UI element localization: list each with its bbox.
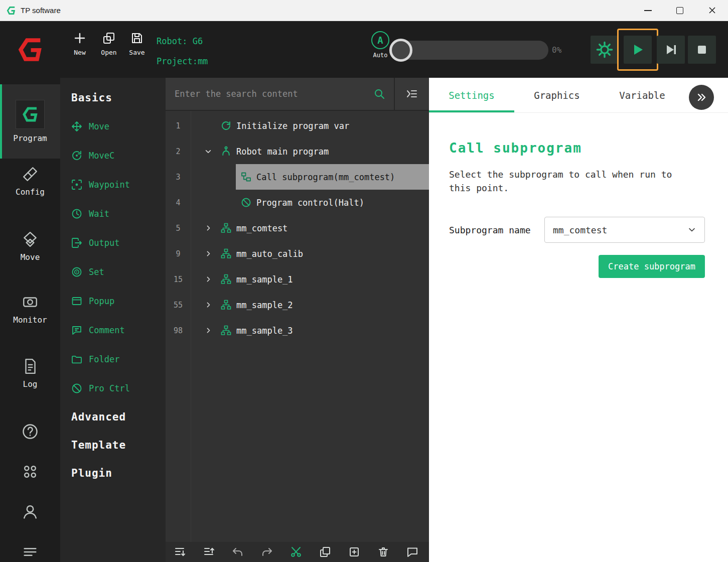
tree-row-mm-comtest[interactable]: 5 mm_comtest [166,215,429,241]
tab-variable[interactable]: Variable [600,78,685,112]
hamburger-menu-icon [21,543,39,561]
insert-above-button[interactable] [174,546,186,558]
sidebar-item-label: Log [23,379,38,389]
sidebar-user-button[interactable] [0,503,60,521]
new-button[interactable]: New [65,32,94,56]
search-icon[interactable] [374,88,385,99]
command-label: Pro Ctrl [89,383,130,393]
output-command-icon [71,237,82,248]
tree-row-program-control[interactable]: 4 Program control(Halt) [166,190,429,215]
speed-slider[interactable] [390,41,548,60]
stop-button[interactable] [688,36,716,64]
sidebar-item-log[interactable]: Log [0,358,60,389]
insert-below-button[interactable] [203,546,215,558]
subprogram-group-icon [221,223,231,233]
expand-tabs-button[interactable] [689,85,714,110]
tab-graphics[interactable]: Graphics [514,78,600,112]
scissors-icon [290,546,302,558]
tree-row-label: mm_auto_calib [236,249,303,259]
run-settings-button[interactable] [591,36,619,64]
subprogram-group-icon [221,248,231,259]
tree-row-label: Robot main program [236,147,329,157]
redo-button[interactable] [261,546,273,558]
subprogram-select[interactable]: mm_comtest [544,217,705,243]
sidebar-menu-button[interactable] [0,543,60,561]
call-subprogram-icon [241,172,251,182]
chevron-down-icon[interactable] [201,148,216,156]
comment-tool-button[interactable] [406,546,418,558]
cut-button[interactable] [290,546,302,558]
tree-row-label: Program control(Halt) [256,198,364,208]
tree-row-call-subprogram[interactable]: 3 Call subprogram(mm_comtest) [166,164,429,190]
close-button[interactable] [696,0,728,21]
tree-outline-button[interactable] [394,78,429,110]
section-advanced[interactable]: Advanced [60,403,166,431]
chevron-right-icon[interactable] [201,327,216,334]
minimize-icon [644,10,652,11]
tree-row-main-program[interactable]: 2 Robot main program [166,138,429,164]
command-wait[interactable]: Wait [60,199,166,228]
step-forward-button[interactable] [657,36,685,64]
section-basics[interactable]: Basics [60,84,166,112]
command-label: Output [89,238,119,248]
paste-add-button[interactable] [348,546,360,558]
save-label: Save [129,49,144,56]
tree-row-mm-sample-1[interactable]: 15 mm_sample_1 [166,266,429,292]
monitor-icon [22,294,39,311]
tree-row-initialize[interactable]: 1 Initialize program var [166,113,429,138]
sidebar-apps-button[interactable] [0,463,60,481]
delete-button[interactable] [377,546,389,558]
play-icon [631,43,645,57]
top-toolbar: New Open Save Robot: G6 Project:mm A Aut… [60,21,728,78]
tab-settings[interactable]: Settings [429,78,514,112]
command-movec[interactable]: MoveC [60,141,166,170]
move-command-icon [71,121,82,132]
create-subprogram-button[interactable]: Create subprogram [599,255,705,278]
left-sidebar: Program Config Move Monitor Log [0,21,60,562]
search-box [166,78,394,110]
save-button[interactable]: Save [122,32,152,56]
sidebar-item-program[interactable]: Program [0,84,60,159]
search-input[interactable] [175,89,369,99]
app-window: TP software Program Config [0,0,728,562]
line-number: 3 [166,164,191,190]
command-move[interactable]: Move [60,112,166,141]
command-output[interactable]: Output [60,228,166,257]
command-set[interactable]: Set [60,257,166,287]
tree-search-row [166,78,429,111]
tree-row-label: mm_comtest [236,223,287,233]
chevron-right-icon[interactable] [201,250,216,257]
undo-button[interactable] [232,546,244,558]
sidebar-item-move[interactable]: Move [0,231,60,262]
waypoint-command-icon [71,179,82,190]
tree-row-mm-sample-2[interactable]: 55 mm_sample_2 [166,292,429,318]
section-plugin[interactable]: Plugin [60,459,166,487]
chevron-right-icon[interactable] [201,275,216,283]
command-label: Popup [89,296,114,306]
command-comment[interactable]: Comment [60,316,166,345]
chevron-right-icon[interactable] [201,224,216,232]
tree-row-mm-auto-calib[interactable]: 9 mm_auto_calib [166,241,429,266]
command-popup[interactable]: Popup [60,287,166,316]
tree-row-label: Call subprogram(mm_comtest) [256,172,395,182]
sidebar-item-config[interactable]: Config [0,166,60,197]
maximize-button[interactable] [664,0,696,21]
sidebar-item-monitor[interactable]: Monitor [0,294,60,325]
command-waypoint[interactable]: Waypoint [60,170,166,199]
open-button[interactable]: Open [94,32,123,56]
chevron-right-icon[interactable] [201,301,216,309]
play-button[interactable] [624,36,652,64]
command-pro-ctrl[interactable]: Pro Ctrl [60,374,166,403]
app-title: TP software [21,6,61,15]
tree-row-mm-sample-3[interactable]: 98 mm_sample_3 [166,318,429,343]
minimize-button[interactable] [632,0,664,21]
section-template[interactable]: Template [60,431,166,459]
copy-button[interactable] [319,546,331,558]
speed-slider-handle[interactable] [389,39,412,62]
trash-icon [377,546,389,558]
save-icon [130,32,143,45]
command-folder[interactable]: Folder [60,345,166,374]
user-icon [21,503,39,521]
sidebar-help-button[interactable] [0,423,60,441]
initialize-icon [221,120,231,131]
